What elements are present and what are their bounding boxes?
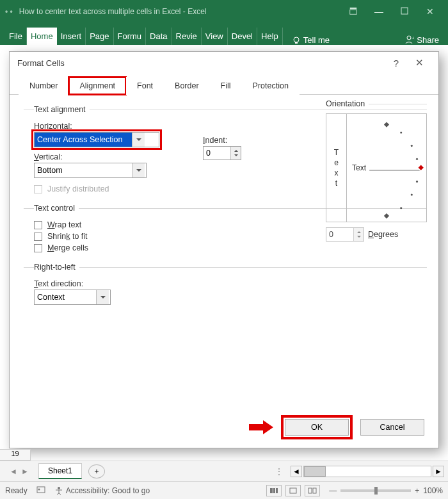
tab-formulas[interactable]: Formu: [114, 28, 147, 45]
indent-value[interactable]: [204, 147, 230, 160]
sheet-tab-strip: ◄ ► Sheet1 + ⋮ ◄ ►: [0, 461, 448, 481]
accessibility-label: Accessibility: Good to go: [66, 486, 150, 495]
accessibility-icon: [54, 486, 63, 495]
text-direction-label: Text direction:: [34, 279, 427, 288]
orientation-preview[interactable]: Text Text: [326, 113, 427, 222]
group-text-control-label: Text control: [34, 204, 79, 213]
status-ready: Ready: [5, 486, 28, 495]
view-page-layout-button[interactable]: [285, 485, 301, 496]
svg-point-11: [411, 194, 413, 196]
ribbon-display-options-icon[interactable]: [340, 6, 366, 17]
indent-up[interactable]: [231, 147, 241, 153]
shrink-to-fit-label: Shrink to fit: [47, 232, 88, 241]
zoom-slider[interactable]: [340, 489, 411, 492]
tab-developer[interactable]: Devel: [228, 28, 257, 45]
dialog-title: Format Cells: [17, 58, 65, 68]
text-direction-combo[interactable]: [34, 290, 111, 305]
tell-me-label: Tell me: [303, 35, 330, 45]
tab-alignment[interactable]: Alignment: [68, 77, 126, 95]
svg-point-15: [38, 489, 40, 491]
svg-point-5: [407, 36, 411, 40]
cancel-button[interactable]: Cancel: [360, 419, 424, 436]
maximize-button[interactable]: [392, 6, 417, 17]
degrees-value[interactable]: [326, 228, 353, 241]
chevron-down-icon[interactable]: [132, 163, 145, 177]
chevron-down-icon[interactable]: [96, 290, 109, 304]
dialog-tabs: Number Alignment Font Border Fill Protec…: [10, 76, 438, 95]
tell-me[interactable]: Tell me: [292, 35, 330, 45]
checkbox-icon: [34, 233, 42, 241]
tab-page-layout[interactable]: Page: [86, 28, 113, 45]
view-normal-button[interactable]: [266, 485, 282, 496]
indent-down[interactable]: [231, 153, 241, 160]
sheet-tab[interactable]: Sheet1: [38, 463, 82, 479]
tab-number[interactable]: Number: [19, 77, 68, 95]
svg-point-16: [58, 487, 60, 489]
tab-border[interactable]: Border: [164, 77, 210, 95]
row-header[interactable]: 19: [0, 449, 31, 461]
scroll-track[interactable]: [303, 466, 431, 477]
tab-data[interactable]: Data: [146, 28, 172, 45]
checkbox-icon: [34, 221, 42, 229]
tab-view[interactable]: View: [202, 28, 228, 45]
view-page-break-button[interactable]: [305, 485, 320, 496]
scroll-left-button[interactable]: ◄: [291, 466, 302, 477]
orientation-vertical-text[interactable]: Text: [326, 114, 347, 222]
tab-help[interactable]: Help: [257, 28, 283, 45]
checkbox-icon: [34, 244, 42, 252]
close-button[interactable]: ✕: [417, 6, 443, 17]
minimize-button[interactable]: —: [366, 6, 392, 17]
dialog-help-button[interactable]: ?: [385, 58, 408, 69]
horizontal-combo[interactable]: [34, 132, 159, 147]
zoom-in-button[interactable]: +: [415, 486, 419, 495]
indent-spinner[interactable]: [203, 146, 241, 160]
dialog-titlebar: Format Cells ? ✕: [10, 52, 438, 74]
tab-font[interactable]: Font: [126, 77, 164, 95]
new-sheet-button[interactable]: +: [88, 464, 105, 479]
checkbox-icon: [34, 185, 42, 193]
tab-review[interactable]: Revie: [172, 28, 202, 45]
dialog-body: Text alignment Horizontal: Indent: Verti…: [10, 95, 438, 416]
sheet-nav-next[interactable]: ►: [21, 467, 29, 476]
tab-home[interactable]: Home: [27, 28, 57, 45]
indent-label: Indent:: [203, 136, 241, 145]
svg-rect-19: [276, 488, 278, 493]
window-title: How to center text across multiple cells…: [19, 7, 340, 16]
vertical-value[interactable]: [35, 163, 132, 177]
share-icon: +: [404, 35, 414, 45]
orientation-dial[interactable]: Text: [347, 114, 426, 222]
degrees-up[interactable]: [354, 228, 364, 234]
sheet-nav-prev[interactable]: ◄: [10, 467, 17, 476]
justify-distributed-label: Justify distributed: [47, 184, 109, 193]
share-button[interactable]: + Share: [404, 35, 443, 45]
autosave-indicator-icon: • •: [5, 7, 13, 16]
share-label: Share: [417, 35, 439, 45]
accessibility-status[interactable]: Accessibility: Good to go: [54, 486, 150, 495]
scroll-thumb[interactable]: [304, 466, 326, 477]
svg-rect-20: [290, 488, 296, 493]
sheet-split-handle[interactable]: ⋮: [275, 467, 283, 476]
vertical-combo[interactable]: [34, 163, 147, 178]
scroll-right-button[interactable]: ►: [433, 466, 444, 477]
merge-cells-checkbox[interactable]: Merge cells: [34, 243, 427, 252]
macro-record-icon[interactable]: [36, 485, 45, 496]
ok-button[interactable]: OK: [285, 419, 349, 436]
dialog-close-button[interactable]: ✕: [408, 57, 431, 69]
group-text-alignment-label: Text alignment: [34, 105, 90, 114]
svg-point-9: [416, 158, 418, 160]
degrees-spinner[interactable]: [326, 227, 364, 241]
tab-insert[interactable]: Insert: [57, 28, 86, 45]
dialog-footer: OK Cancel: [10, 416, 438, 448]
horizontal-value[interactable]: [35, 133, 132, 147]
tab-protection[interactable]: Protection: [242, 77, 300, 95]
degrees-down[interactable]: [354, 234, 364, 241]
text-direction-value[interactable]: [35, 290, 96, 304]
chevron-down-icon[interactable]: [132, 133, 145, 147]
zoom-thumb[interactable]: [374, 487, 378, 495]
tab-fill[interactable]: Fill: [210, 77, 242, 95]
format-cells-dialog: Format Cells ? ✕ Number Alignment Font B…: [9, 51, 439, 448]
zoom-out-button[interactable]: —: [329, 486, 337, 495]
tab-file[interactable]: File: [5, 28, 27, 45]
svg-point-12: [400, 207, 402, 209]
zoom-value[interactable]: 100%: [423, 486, 443, 495]
